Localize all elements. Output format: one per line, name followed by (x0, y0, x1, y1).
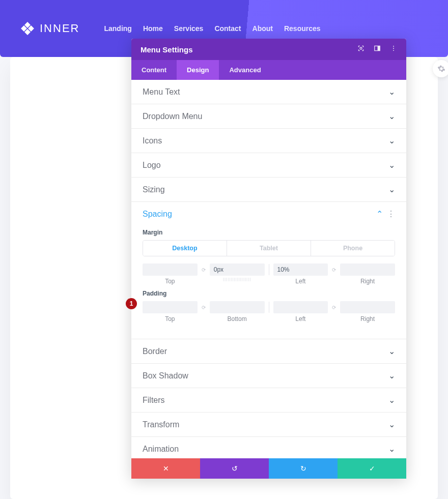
annotation-marker-1: 1 (126, 298, 137, 309)
tab-content[interactable]: Content (131, 60, 177, 80)
nav-link-home[interactable]: Home (143, 24, 163, 33)
section-border[interactable]: Border⌄ (131, 339, 406, 364)
panel-menu-button[interactable] (390, 45, 397, 54)
padding-label: Padding (143, 290, 395, 297)
section-transform[interactable]: Transform⌄ (131, 413, 406, 437)
range-slider[interactable]: |||||||||||||||||| (210, 277, 265, 285)
primary-nav: Landing Home Services Contact About Reso… (104, 24, 320, 33)
redo-button[interactable]: ↻ (269, 458, 338, 479)
section-logo[interactable]: Logo⌄ (131, 153, 406, 178)
margin-left-label: Left (273, 278, 328, 285)
spacing-options-button[interactable]: ⋮ (387, 209, 395, 219)
device-tab-tablet[interactable]: Tablet (227, 241, 311, 256)
nav-link-resources[interactable]: Resources (284, 24, 321, 33)
section-dropdown-menu[interactable]: Dropdown Menu⌄ (131, 104, 406, 129)
chevron-down-icon: ⌄ (388, 346, 395, 356)
padding-right-label: Right (340, 315, 395, 322)
save-button[interactable]: ✓ (338, 458, 406, 479)
section-menu-text[interactable]: Menu Text⌄ (131, 80, 406, 104)
brand-name: INNER (40, 22, 79, 35)
tab-advanced[interactable]: Advanced (219, 60, 271, 80)
expand-button[interactable] (357, 45, 365, 54)
undo-icon: ↺ (232, 464, 238, 473)
chevron-down-icon: ⌄ (388, 87, 395, 97)
panel-dock-icon (374, 45, 381, 52)
gear-icon (437, 65, 445, 73)
menu-settings-panel: Menu Settings Content Design Advanced Me… (131, 39, 406, 479)
device-tab-desktop[interactable]: Desktop (143, 241, 227, 256)
svg-point-8 (393, 48, 394, 49)
kebab-icon (390, 45, 397, 52)
link-icon[interactable]: ⟳ (332, 305, 336, 310)
padding-top-input[interactable] (143, 301, 198, 313)
cancel-button[interactable]: ✕ (131, 458, 200, 479)
logo-icon (20, 21, 35, 36)
margin-right-input[interactable] (340, 263, 395, 276)
panel-title: Menu Settings (141, 45, 193, 54)
padding-left-label: Left (273, 315, 328, 322)
chevron-down-icon: ⌄ (388, 160, 395, 170)
panel-footer: ✕ ↺ ↻ ✓ (131, 458, 406, 479)
expand-icon (357, 45, 365, 52)
section-filters[interactable]: Filters⌄ (131, 388, 406, 413)
nav-link-services[interactable]: Services (174, 24, 204, 33)
brand-logo: INNER (20, 21, 79, 36)
section-settings-button[interactable] (433, 60, 448, 77)
svg-rect-4 (360, 47, 362, 49)
svg-rect-6 (378, 46, 380, 50)
chevron-down-icon: ⌄ (388, 111, 395, 121)
section-box-shadow[interactable]: Box Shadow⌄ (131, 364, 406, 388)
chevron-down-icon: ⌄ (388, 185, 395, 194)
chevron-down-icon: ⌄ (388, 136, 395, 145)
panel-titlebar: Menu Settings (131, 39, 406, 60)
svg-point-7 (393, 46, 394, 47)
panel-tabs: Content Design Advanced (131, 60, 406, 80)
link-icon[interactable]: ⟳ (202, 267, 206, 273)
device-tab-phone[interactable]: Phone (311, 241, 395, 256)
margin-right-label: Right (340, 278, 395, 285)
tab-design[interactable]: Design (177, 60, 219, 80)
padding-bottom-input[interactable] (210, 301, 265, 313)
undo-button[interactable]: ↺ (200, 458, 269, 479)
section-spacing-header[interactable]: Spacing ⌃ ⋮ (131, 202, 406, 226)
section-icons[interactable]: Icons⌄ (131, 129, 406, 153)
padding-left-input[interactable] (273, 301, 328, 313)
chevron-down-icon: ⌄ (388, 395, 395, 405)
panel-body[interactable]: Menu Text⌄ Dropdown Menu⌄ Icons⌄ Logo⌄ S… (131, 80, 406, 458)
padding-bottom-label: Bottom (210, 315, 265, 322)
link-icon[interactable]: ⟳ (332, 267, 336, 273)
chevron-down-icon: ⌄ (388, 371, 395, 380)
margin-top-input[interactable] (143, 263, 198, 276)
margin-top-label: Top (143, 278, 198, 285)
separator (269, 264, 269, 275)
close-icon: ✕ (163, 464, 169, 473)
chevron-up-icon: ⌃ (376, 209, 383, 219)
nav-link-landing[interactable]: Landing (104, 24, 131, 33)
separator (269, 302, 269, 313)
nav-link-about[interactable]: About (253, 24, 273, 33)
section-animation[interactable]: Animation⌄ (131, 437, 406, 458)
padding-right-input[interactable] (340, 301, 395, 313)
margin-second-input[interactable] (210, 263, 265, 276)
section-spacing: Spacing ⌃ ⋮ Margin Desktop Tablet Phone … (131, 202, 406, 339)
device-tabs: Desktop Tablet Phone (143, 240, 395, 256)
nav-link-contact[interactable]: Contact (214, 24, 241, 33)
snap-button[interactable] (374, 45, 381, 54)
check-icon: ✓ (369, 464, 375, 473)
link-icon[interactable]: ⟳ (202, 305, 206, 310)
chevron-down-icon: ⌄ (388, 444, 395, 454)
margin-left-input[interactable] (273, 263, 328, 276)
margin-label: Margin (143, 229, 395, 236)
section-sizing[interactable]: Sizing⌄ (131, 178, 406, 202)
redo-icon: ↻ (300, 464, 306, 473)
padding-top-label: Top (143, 315, 198, 322)
svg-point-9 (393, 50, 394, 51)
chevron-down-icon: ⌄ (388, 420, 395, 429)
